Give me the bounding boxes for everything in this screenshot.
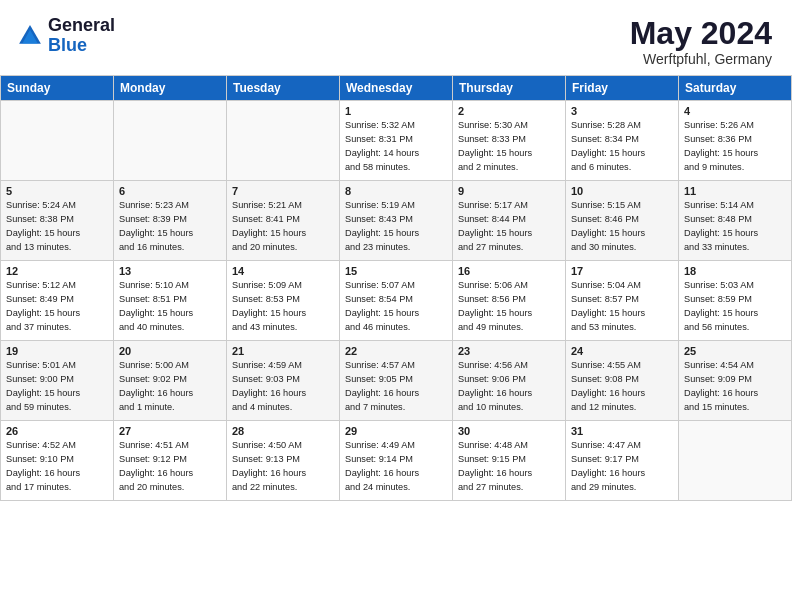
day-info: Sunrise: 5:09 AMSunset: 8:53 PMDaylight:… xyxy=(232,279,334,334)
day-cell-22: 22Sunrise: 4:57 AMSunset: 9:05 PMDayligh… xyxy=(340,341,453,421)
week-row-3: 12Sunrise: 5:12 AMSunset: 8:49 PMDayligh… xyxy=(1,261,792,341)
day-cell-18: 18Sunrise: 5:03 AMSunset: 8:59 PMDayligh… xyxy=(679,261,792,341)
day-number: 7 xyxy=(232,185,334,197)
day-info: Sunrise: 5:14 AMSunset: 8:48 PMDaylight:… xyxy=(684,199,786,254)
day-cell-31: 31Sunrise: 4:47 AMSunset: 9:17 PMDayligh… xyxy=(566,421,679,501)
day-cell-17: 17Sunrise: 5:04 AMSunset: 8:57 PMDayligh… xyxy=(566,261,679,341)
logo-blue: Blue xyxy=(48,35,87,55)
calendar-title: May 2024 xyxy=(630,16,772,51)
day-number: 13 xyxy=(119,265,221,277)
header: General Blue May 2024 Werftpfuhl, German… xyxy=(0,0,792,75)
day-number: 12 xyxy=(6,265,108,277)
day-header-wednesday: Wednesday xyxy=(340,76,453,101)
logo: General Blue xyxy=(16,16,115,56)
day-info: Sunrise: 5:10 AMSunset: 8:51 PMDaylight:… xyxy=(119,279,221,334)
day-header-friday: Friday xyxy=(566,76,679,101)
day-info: Sunrise: 5:24 AMSunset: 8:38 PMDaylight:… xyxy=(6,199,108,254)
title-block: May 2024 Werftpfuhl, Germany xyxy=(630,16,772,67)
day-cell-10: 10Sunrise: 5:15 AMSunset: 8:46 PMDayligh… xyxy=(566,181,679,261)
day-info: Sunrise: 5:30 AMSunset: 8:33 PMDaylight:… xyxy=(458,119,560,174)
day-header-tuesday: Tuesday xyxy=(227,76,340,101)
logo-text: General Blue xyxy=(48,16,115,56)
day-header-thursday: Thursday xyxy=(453,76,566,101)
day-cell-12: 12Sunrise: 5:12 AMSunset: 8:49 PMDayligh… xyxy=(1,261,114,341)
day-info: Sunrise: 5:03 AMSunset: 8:59 PMDaylight:… xyxy=(684,279,786,334)
day-info: Sunrise: 4:54 AMSunset: 9:09 PMDaylight:… xyxy=(684,359,786,414)
day-number: 14 xyxy=(232,265,334,277)
day-number: 29 xyxy=(345,425,447,437)
day-info: Sunrise: 5:23 AMSunset: 8:39 PMDaylight:… xyxy=(119,199,221,254)
day-info: Sunrise: 4:55 AMSunset: 9:08 PMDaylight:… xyxy=(571,359,673,414)
day-number: 30 xyxy=(458,425,560,437)
day-info: Sunrise: 5:06 AMSunset: 8:56 PMDaylight:… xyxy=(458,279,560,334)
day-cell-6: 6Sunrise: 5:23 AMSunset: 8:39 PMDaylight… xyxy=(114,181,227,261)
week-row-4: 19Sunrise: 5:01 AMSunset: 9:00 PMDayligh… xyxy=(1,341,792,421)
calendar-subtitle: Werftpfuhl, Germany xyxy=(630,51,772,67)
day-cell-8: 8Sunrise: 5:19 AMSunset: 8:43 PMDaylight… xyxy=(340,181,453,261)
empty-cell xyxy=(679,421,792,501)
day-number: 24 xyxy=(571,345,673,357)
day-cell-25: 25Sunrise: 4:54 AMSunset: 9:09 PMDayligh… xyxy=(679,341,792,421)
day-info: Sunrise: 5:00 AMSunset: 9:02 PMDaylight:… xyxy=(119,359,221,414)
day-number: 28 xyxy=(232,425,334,437)
empty-cell xyxy=(114,101,227,181)
day-header-sunday: Sunday xyxy=(1,76,114,101)
day-cell-28: 28Sunrise: 4:50 AMSunset: 9:13 PMDayligh… xyxy=(227,421,340,501)
day-cell-21: 21Sunrise: 4:59 AMSunset: 9:03 PMDayligh… xyxy=(227,341,340,421)
day-info: Sunrise: 4:48 AMSunset: 9:15 PMDaylight:… xyxy=(458,439,560,494)
day-info: Sunrise: 5:15 AMSunset: 8:46 PMDaylight:… xyxy=(571,199,673,254)
day-number: 31 xyxy=(571,425,673,437)
day-header-saturday: Saturday xyxy=(679,76,792,101)
day-number: 2 xyxy=(458,105,560,117)
day-info: Sunrise: 4:59 AMSunset: 9:03 PMDaylight:… xyxy=(232,359,334,414)
day-info: Sunrise: 5:01 AMSunset: 9:00 PMDaylight:… xyxy=(6,359,108,414)
day-cell-16: 16Sunrise: 5:06 AMSunset: 8:56 PMDayligh… xyxy=(453,261,566,341)
day-headers-row: SundayMondayTuesdayWednesdayThursdayFrid… xyxy=(1,76,792,101)
day-info: Sunrise: 4:51 AMSunset: 9:12 PMDaylight:… xyxy=(119,439,221,494)
day-number: 26 xyxy=(6,425,108,437)
day-cell-13: 13Sunrise: 5:10 AMSunset: 8:51 PMDayligh… xyxy=(114,261,227,341)
day-info: Sunrise: 4:57 AMSunset: 9:05 PMDaylight:… xyxy=(345,359,447,414)
day-info: Sunrise: 4:56 AMSunset: 9:06 PMDaylight:… xyxy=(458,359,560,414)
day-number: 17 xyxy=(571,265,673,277)
day-info: Sunrise: 5:17 AMSunset: 8:44 PMDaylight:… xyxy=(458,199,560,254)
day-info: Sunrise: 5:26 AMSunset: 8:36 PMDaylight:… xyxy=(684,119,786,174)
empty-cell xyxy=(1,101,114,181)
day-number: 20 xyxy=(119,345,221,357)
day-number: 19 xyxy=(6,345,108,357)
day-number: 25 xyxy=(684,345,786,357)
empty-cell xyxy=(227,101,340,181)
day-number: 18 xyxy=(684,265,786,277)
day-info: Sunrise: 4:49 AMSunset: 9:14 PMDaylight:… xyxy=(345,439,447,494)
day-info: Sunrise: 4:47 AMSunset: 9:17 PMDaylight:… xyxy=(571,439,673,494)
day-number: 8 xyxy=(345,185,447,197)
day-info: Sunrise: 4:50 AMSunset: 9:13 PMDaylight:… xyxy=(232,439,334,494)
day-cell-9: 9Sunrise: 5:17 AMSunset: 8:44 PMDaylight… xyxy=(453,181,566,261)
day-number: 11 xyxy=(684,185,786,197)
week-row-1: 1Sunrise: 5:32 AMSunset: 8:31 PMDaylight… xyxy=(1,101,792,181)
day-cell-29: 29Sunrise: 4:49 AMSunset: 9:14 PMDayligh… xyxy=(340,421,453,501)
day-info: Sunrise: 5:12 AMSunset: 8:49 PMDaylight:… xyxy=(6,279,108,334)
day-cell-3: 3Sunrise: 5:28 AMSunset: 8:34 PMDaylight… xyxy=(566,101,679,181)
day-number: 15 xyxy=(345,265,447,277)
day-number: 1 xyxy=(345,105,447,117)
day-number: 5 xyxy=(6,185,108,197)
page: General Blue May 2024 Werftpfuhl, German… xyxy=(0,0,792,612)
calendar-table: SundayMondayTuesdayWednesdayThursdayFrid… xyxy=(0,75,792,501)
day-cell-11: 11Sunrise: 5:14 AMSunset: 8:48 PMDayligh… xyxy=(679,181,792,261)
day-cell-2: 2Sunrise: 5:30 AMSunset: 8:33 PMDaylight… xyxy=(453,101,566,181)
day-number: 4 xyxy=(684,105,786,117)
day-cell-19: 19Sunrise: 5:01 AMSunset: 9:00 PMDayligh… xyxy=(1,341,114,421)
day-cell-15: 15Sunrise: 5:07 AMSunset: 8:54 PMDayligh… xyxy=(340,261,453,341)
day-cell-1: 1Sunrise: 5:32 AMSunset: 8:31 PMDaylight… xyxy=(340,101,453,181)
day-number: 10 xyxy=(571,185,673,197)
day-number: 21 xyxy=(232,345,334,357)
day-number: 23 xyxy=(458,345,560,357)
day-cell-30: 30Sunrise: 4:48 AMSunset: 9:15 PMDayligh… xyxy=(453,421,566,501)
day-number: 9 xyxy=(458,185,560,197)
day-cell-5: 5Sunrise: 5:24 AMSunset: 8:38 PMDaylight… xyxy=(1,181,114,261)
day-cell-23: 23Sunrise: 4:56 AMSunset: 9:06 PMDayligh… xyxy=(453,341,566,421)
logo-general: General xyxy=(48,15,115,35)
day-cell-7: 7Sunrise: 5:21 AMSunset: 8:41 PMDaylight… xyxy=(227,181,340,261)
day-header-monday: Monday xyxy=(114,76,227,101)
